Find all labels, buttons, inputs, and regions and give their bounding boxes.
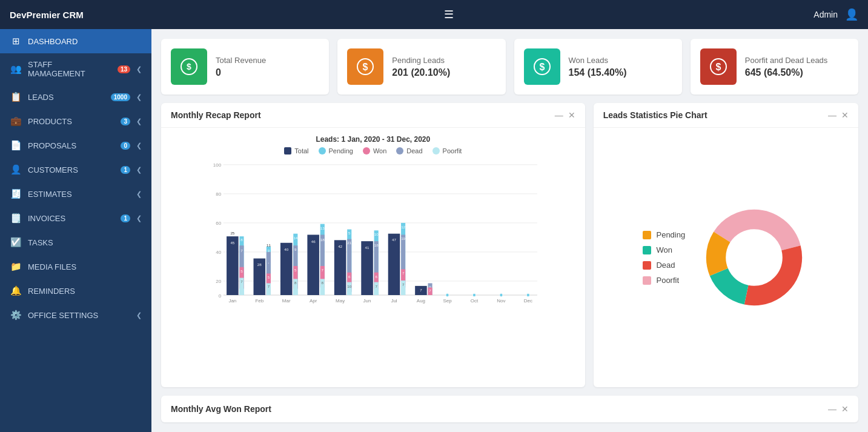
tasks-icon: ☑️ xyxy=(10,237,22,248)
pie-label-pending: Pending xyxy=(656,230,685,239)
estimates-chevron: ❮ xyxy=(136,190,142,198)
sidebar-item-settings[interactable]: ⚙️ OFFICE SETTINGS ❮ xyxy=(0,303,151,327)
svg-text:21: 21 xyxy=(347,241,351,245)
pie-chart-title: Leads Statistics Pie Chart xyxy=(603,110,707,120)
svg-text:Apr: Apr xyxy=(310,298,317,304)
leads-badge: 1000 xyxy=(111,93,130,101)
monthly-recap-body: Leads: 1 Jan, 2020 - 31 Dec, 2020 Total … xyxy=(161,128,585,387)
svg-text:7: 7 xyxy=(429,288,431,293)
svg-text:8: 8 xyxy=(240,238,243,242)
legend-total-label: Total xyxy=(294,147,308,155)
svg-text:Dec: Dec xyxy=(524,298,532,304)
svg-text:Jun: Jun xyxy=(363,298,371,304)
svg-text:Aug: Aug xyxy=(417,298,425,304)
svg-text:40: 40 xyxy=(216,250,221,255)
svg-text:14: 14 xyxy=(293,236,297,240)
hamburger-menu[interactable]: ☰ xyxy=(444,8,454,21)
svg-text:7: 7 xyxy=(402,282,405,287)
donut-chart xyxy=(700,203,809,312)
svg-text:13: 13 xyxy=(320,226,325,230)
legend-poorfit-label: Poorfit xyxy=(443,147,462,155)
monthly-recap-minimize[interactable]: — xyxy=(555,110,563,120)
sidebar-item-leads[interactable]: 📋 LEADS 1000 ❮ xyxy=(0,85,151,109)
settings-chevron: ❮ xyxy=(136,311,142,319)
legend-dead-label: Dead xyxy=(406,147,422,155)
svg-text:18: 18 xyxy=(320,238,325,242)
svg-text:10: 10 xyxy=(347,284,351,288)
invoices-icon: 🗒️ xyxy=(10,213,22,224)
sidebar-item-reminders[interactable]: 🔔 REMINDERS xyxy=(0,279,151,303)
svg-text:7: 7 xyxy=(420,288,422,292)
svg-text:9: 9 xyxy=(294,247,297,251)
svg-text:$: $ xyxy=(363,62,368,72)
svg-text:40: 40 xyxy=(284,247,288,251)
sidebar-label-leads: LEADS xyxy=(28,93,105,102)
bar-chart-svg: 100 80 60 40 20 0 xyxy=(171,159,575,305)
staff-icon: 👥 xyxy=(10,64,22,75)
pie-legend-dead: Dead xyxy=(643,261,685,270)
sidebar-item-tasks[interactable]: ☑️ TASKS xyxy=(0,230,151,254)
svg-point-99 xyxy=(446,293,449,296)
won-icon: $ xyxy=(524,48,560,85)
products-badge: 3 xyxy=(121,118,130,125)
stat-card-pending: $ Pending Leads 201 (20.10%) xyxy=(337,39,505,95)
bottom-close[interactable]: ✕ xyxy=(841,404,849,414)
svg-text:47: 47 xyxy=(392,238,396,242)
svg-rect-20 xyxy=(227,236,239,295)
svg-point-102 xyxy=(526,293,529,296)
pending-label: Pending Leads xyxy=(392,56,450,65)
pie-legend-poorfit: Poorfit xyxy=(643,276,685,285)
sidebar-label-reminders: REMINDERS xyxy=(28,287,142,296)
revenue-icon: $ xyxy=(171,48,207,85)
pie-label-won: Won xyxy=(656,245,672,254)
svg-text:6: 6 xyxy=(375,274,377,279)
poorfit-value: 645 (64.50%) xyxy=(745,67,828,78)
sidebar-label-proposals: PROPOSALS xyxy=(28,141,114,150)
sidebar-label-customers: CUSTOMERS xyxy=(28,165,114,174)
monthly-recap-panel: Monthly Recap Report — ✕ Leads: 1 Jan, 2… xyxy=(161,103,585,387)
svg-text:9: 9 xyxy=(268,248,270,253)
svg-text:8: 8 xyxy=(322,281,324,285)
svg-text:5: 5 xyxy=(348,231,351,235)
leads-icon: 📋 xyxy=(10,91,22,102)
top-nav: DevPremier CRM ☰ Admin 👤 xyxy=(0,0,868,29)
sidebar-item-invoices[interactable]: 🗒️ INVOICES 1 ❮ xyxy=(0,206,151,230)
sidebar-item-customers[interactable]: 👤 CUSTOMERS 1 ❮ xyxy=(0,158,151,182)
sidebar-item-staff[interactable]: 👥 STAFF MAMAGEMENT 13 ❮ xyxy=(0,53,151,85)
pie-close[interactable]: ✕ xyxy=(841,110,849,120)
pie-minimize[interactable]: — xyxy=(828,110,837,120)
svg-text:60: 60 xyxy=(216,221,221,226)
settings-icon: ⚙️ xyxy=(10,310,22,321)
sidebar-item-media[interactable]: 📁 MEDIA FILES xyxy=(0,254,151,279)
svg-text:45: 45 xyxy=(230,241,234,245)
customers-badge: 1 xyxy=(121,166,130,174)
stat-card-poorfit: $ Poorfit and Dead Leads 645 (64.50%) xyxy=(691,39,858,95)
monthly-recap-close[interactable]: ✕ xyxy=(568,110,575,120)
svg-text:Jul: Jul xyxy=(391,298,397,304)
sidebar-label-tasks: TASKS xyxy=(28,238,142,247)
bottom-minimize[interactable]: — xyxy=(828,404,837,414)
svg-text:18: 18 xyxy=(374,243,379,247)
stat-card-revenue: $ Total Revenue 0 xyxy=(161,39,329,95)
dashboard-icon: ⊞ xyxy=(10,36,22,47)
sidebar-item-dashboard[interactable]: ⊞ DASHBOARD xyxy=(0,29,151,53)
svg-text:$: $ xyxy=(187,62,191,71)
brand-name: DevPremier CRM xyxy=(10,10,84,20)
sidebar-item-estimates[interactable]: 🧾 ESTIMATES ❮ xyxy=(0,182,151,206)
stat-card-won: $ Won Leads 154 (15.40%) xyxy=(514,39,682,95)
pie-legend-pending: Pending xyxy=(643,230,685,239)
sidebar-item-proposals[interactable]: 📄 PROPOSALS 0 ❮ xyxy=(0,133,151,158)
staff-chevron: ❮ xyxy=(136,65,142,73)
legend-pending: Pending xyxy=(319,147,353,155)
proposals-chevron: ❮ xyxy=(136,142,142,150)
svg-text:Nov: Nov xyxy=(497,298,505,304)
admin-icon: 👤 xyxy=(845,8,858,21)
pie-label-dead: Dead xyxy=(656,261,675,270)
proposals-icon: 📄 xyxy=(10,140,22,151)
svg-text:Oct: Oct xyxy=(471,298,479,304)
pie-legend-won: Won xyxy=(643,245,685,254)
media-icon: 📁 xyxy=(10,261,22,272)
svg-point-119 xyxy=(728,231,780,284)
sidebar-item-products[interactable]: 💼 PRODUCTS 3 ❮ xyxy=(0,109,151,133)
sidebar-label-estimates: ESTIMATES xyxy=(28,190,130,199)
